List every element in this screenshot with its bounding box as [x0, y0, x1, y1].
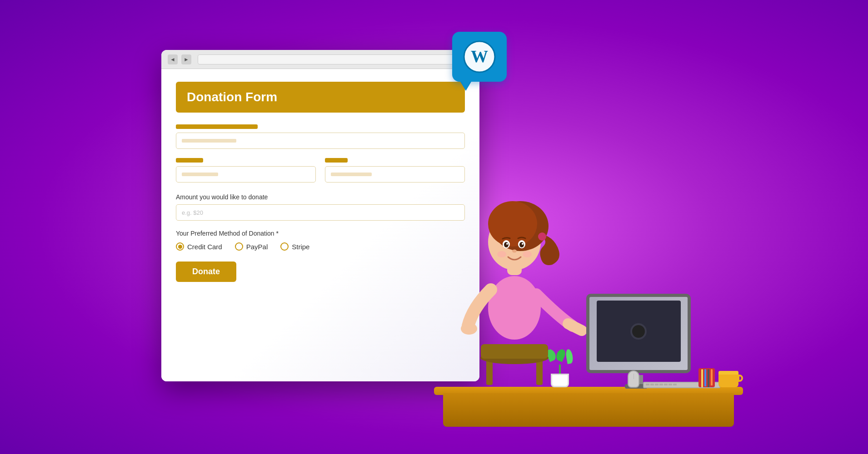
svg-point-21 — [523, 251, 532, 257]
browser-window: ◄ ► Donation Form — [161, 50, 479, 381]
monitor-screen-dot — [630, 323, 647, 340]
main-scene: ◄ ► Donation Form — [161, 32, 707, 422]
radio-paypal[interactable]: PayPal — [235, 242, 268, 251]
svg-point-7 — [488, 276, 541, 340]
field2-input[interactable] — [176, 166, 316, 183]
svg-point-20 — [497, 251, 506, 257]
svg-point-22 — [538, 232, 546, 241]
amount-group: Amount you would like to donate e.g. $20 — [176, 193, 465, 221]
svg-point-12 — [488, 201, 537, 247]
mouse — [628, 370, 639, 388]
svg-point-15 — [506, 243, 508, 245]
fields-row2 — [176, 158, 465, 192]
desk-accessories — [698, 368, 738, 387]
radio-paypal-circle[interactable] — [235, 242, 243, 251]
svg-rect-6 — [481, 344, 548, 359]
radio-stripe[interactable]: Stripe — [280, 242, 309, 251]
radio-stripe-circle[interactable] — [280, 242, 289, 251]
wordpress-logo: W — [463, 40, 496, 73]
field2-label-bar — [176, 158, 203, 163]
payment-label: Your Preferred Method of Donation * — [176, 230, 465, 237]
field1-input[interactable] — [176, 133, 465, 149]
radio-group: Credit Card PayPal Stripe — [176, 242, 465, 251]
back-button[interactable]: ◄ — [168, 54, 178, 64]
desk-body — [443, 393, 734, 427]
forward-button[interactable]: ► — [181, 54, 191, 64]
amount-input[interactable]: e.g. $20 — [176, 204, 465, 221]
amount-label: Amount you would like to donate — [176, 193, 465, 201]
donate-button[interactable]: Donate — [176, 262, 236, 282]
wordpress-bubble: W — [452, 32, 507, 91]
address-bar[interactable] — [198, 54, 473, 64]
browser-titlebar: ◄ ► — [161, 50, 479, 69]
girl-illustration — [445, 153, 586, 390]
svg-text:W: W — [471, 47, 488, 66]
illustration-area — [434, 100, 743, 427]
radio-paypal-label: PayPal — [246, 243, 268, 251]
form-title: Donation Form — [176, 82, 465, 113]
wp-bubble-bg: W — [452, 32, 507, 82]
browser-content: Donation Form — [161, 69, 479, 381]
svg-point-17 — [519, 242, 524, 247]
field1-label-bar — [176, 124, 258, 129]
svg-point-8 — [461, 323, 477, 335]
field1-group — [176, 124, 465, 149]
radio-credit-card-circle[interactable] — [176, 242, 184, 251]
radio-credit-card[interactable]: Credit Card — [176, 242, 222, 251]
monitor — [586, 294, 691, 375]
svg-point-19 — [512, 250, 517, 253]
amount-placeholder: e.g. $20 — [182, 209, 203, 216]
svg-point-14 — [504, 242, 509, 247]
payment-method-group: Your Preferred Method of Donation * Cred… — [176, 230, 465, 251]
field2-group — [176, 158, 316, 192]
field3-label-bar — [325, 158, 348, 163]
radio-stripe-label: Stripe — [292, 243, 309, 251]
radio-credit-card-label: Credit Card — [187, 243, 222, 251]
svg-point-18 — [522, 243, 524, 245]
